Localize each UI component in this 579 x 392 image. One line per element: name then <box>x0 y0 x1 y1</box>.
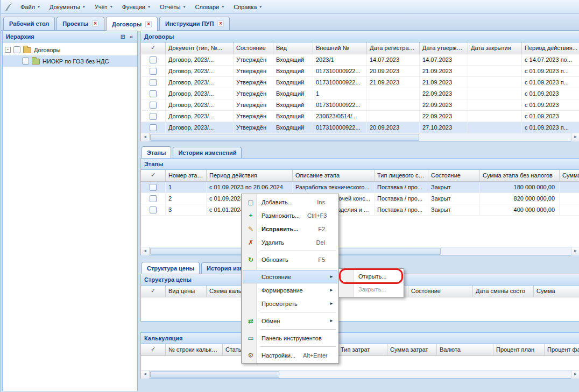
context-menu-item[interactable]: ▢Добавить...Ins <box>243 195 337 209</box>
scroll-right-icon[interactable]: ► <box>571 133 579 141</box>
column-header[interactable]: Процент план <box>493 344 545 355</box>
scroll-left-icon[interactable]: ◄ <box>141 247 150 255</box>
column-header[interactable]: Вид цены <box>166 286 207 297</box>
tab-close-icon[interactable]: × <box>145 21 152 27</box>
column-header[interactable]: Сумма этапа без налогов <box>480 170 560 181</box>
tab[interactable]: Договоры× <box>106 17 158 31</box>
scroll-left-icon[interactable]: ◄ <box>141 133 150 141</box>
node-checkbox[interactable] <box>13 46 20 53</box>
column-header[interactable]: Период действия <box>207 170 293 181</box>
column-header[interactable]: Валюта <box>437 344 493 355</box>
column-header[interactable]: Период действия... <box>522 42 579 54</box>
select-all-column-header[interactable]: ✓ <box>141 42 166 54</box>
calculation-h-scrollbar[interactable]: ◄ ► <box>141 370 579 378</box>
context-menu-item[interactable]: ✎Исправить...F2 <box>243 222 337 236</box>
collapse-panel-icon[interactable]: « <box>129 33 134 40</box>
submenu-item[interactable]: Закрыть... <box>340 283 403 296</box>
menubar-item[interactable]: Учёт▾ <box>90 2 117 12</box>
tab[interactable]: Этапы <box>142 146 171 158</box>
row-checkbox[interactable] <box>150 102 157 109</box>
table-row[interactable]: Договор, 2023/...УтверждёнВходящий017310… <box>141 77 579 88</box>
table-row[interactable]: Договор, 2023/...УтверждёнВходящий230823… <box>141 111 579 122</box>
row-checkbox[interactable] <box>150 184 157 191</box>
column-header[interactable]: Описание этапа <box>293 170 375 181</box>
stages-h-scrollbar[interactable]: ◄ ► <box>141 247 579 255</box>
context-menu-item[interactable]: Состояние► <box>243 270 337 283</box>
calculation-panel: Калькуляция ✓№ строки калькул...Статья з… <box>140 332 579 379</box>
tab[interactable]: Структура цены <box>142 262 200 274</box>
table-row[interactable]: Договор, 2023/...УтверждёнВходящий017310… <box>141 66 579 77</box>
column-header[interactable]: Документ (тип, №... <box>166 42 234 54</box>
scroll-thumb[interactable] <box>150 371 279 378</box>
select-all-column-header[interactable]: ✓ <box>141 344 166 355</box>
menubar-item[interactable]: Отчёты▾ <box>156 2 189 12</box>
context-menu-item[interactable]: ↻ОбновитьF5 <box>243 253 337 266</box>
row-checkbox[interactable] <box>150 206 157 213</box>
tab-close-icon[interactable]: × <box>217 20 224 27</box>
tree-node[interactable]: НИОКР по ГОЗ без НДС <box>3 55 137 67</box>
contracts-h-scrollbar[interactable]: ◄ ► <box>141 133 579 141</box>
table-row[interactable]: Договор, 2023/...УтверждёнВходящий017310… <box>141 99 579 111</box>
context-menu-item[interactable]: ▭Панель инструментов <box>243 331 337 345</box>
context-menu-item[interactable]: ⇄Обмен► <box>243 314 337 327</box>
table-row[interactable]: 1с 01.09.2023 по 28.06.2024Разработка те… <box>141 182 579 193</box>
scroll-right-icon[interactable]: ► <box>571 247 579 255</box>
add-icon: ▢ <box>245 198 256 206</box>
select-all-column-header[interactable]: ✓ <box>141 170 166 181</box>
row-checkbox[interactable] <box>150 90 157 97</box>
table-row[interactable]: Договор, 2023/...УтверждёнВходящий122.09… <box>141 88 579 99</box>
tree-node[interactable]: -Договоры <box>3 44 137 55</box>
column-header[interactable]: № строки калькул... <box>166 344 223 355</box>
column-header[interactable]: Тип затрат <box>338 344 387 355</box>
column-header[interactable]: Процент факт <box>545 344 579 355</box>
node-checkbox[interactable] <box>22 58 29 65</box>
menubar-item[interactable]: Справка▾ <box>229 2 266 12</box>
column-header[interactable]: Вид <box>273 42 313 54</box>
column-header[interactable]: Дата закрытия <box>468 42 522 54</box>
column-header[interactable]: Дата регистрации <box>367 42 420 54</box>
table-row[interactable]: Договор, 2023/...УтверждёнВходящий017310… <box>141 122 579 133</box>
table-cell: 21.09.2023 <box>420 77 468 88</box>
row-checkbox[interactable] <box>150 56 157 63</box>
column-header[interactable]: Сумма <box>534 286 579 297</box>
menubar-item[interactable]: Функции▾ <box>118 2 154 12</box>
column-header[interactable]: Сумма <box>560 170 579 181</box>
submenu-item[interactable]: Открыть... <box>340 270 403 283</box>
column-header[interactable]: Состояние <box>428 170 480 181</box>
scroll-right-icon[interactable]: ► <box>571 370 579 379</box>
table-row[interactable]: 3с 01.01.2024 по 28.06.2024Изготовление … <box>141 204 579 216</box>
row-checkbox[interactable] <box>150 195 157 202</box>
table-row[interactable]: 2с 01.09.2023 по 28.06.2024Разработка ра… <box>141 193 579 204</box>
expander-icon[interactable]: - <box>5 47 11 53</box>
column-header[interactable]: Тип лицевого счёт <box>375 170 428 181</box>
tab[interactable]: Проекты× <box>57 17 104 30</box>
scroll-thumb[interactable] <box>150 134 419 141</box>
context-menu-item[interactable]: ⚙Настройки...Alt+Enter <box>243 348 337 362</box>
tree-search-icon[interactable]: ⊞ <box>119 33 126 40</box>
context-menu-item[interactable]: +Размножить...Ctrl+F3 <box>243 209 337 222</box>
row-checkbox[interactable] <box>150 68 157 75</box>
row-checkbox[interactable] <box>150 113 157 120</box>
column-header[interactable]: Номер этапа <box>166 170 207 181</box>
context-menu-item[interactable]: ✗УдалитьDel <box>243 236 337 249</box>
row-checkbox[interactable] <box>150 79 157 86</box>
column-header[interactable]: Состояние <box>234 42 273 54</box>
column-header[interactable]: Внешний № <box>313 42 367 54</box>
column-header[interactable]: Сумма затрат <box>387 344 437 355</box>
tab[interactable]: Рабочий стол <box>3 17 55 30</box>
context-menu-item[interactable]: Просмотреть► <box>243 297 337 310</box>
column-header[interactable]: Дата утверждения <box>420 42 468 54</box>
scroll-left-icon[interactable]: ◄ <box>141 370 150 379</box>
table-row[interactable]: Договор, 2023/...УтверждёнВходящий2023/1… <box>141 54 579 66</box>
menubar-item[interactable]: Словари▾ <box>190 2 228 12</box>
column-header[interactable]: Дата смены состо <box>473 286 534 297</box>
select-all-column-header[interactable]: ✓ <box>141 286 166 297</box>
row-checkbox[interactable] <box>150 124 157 131</box>
tab[interactable]: История изменений <box>173 147 242 158</box>
menubar-item[interactable]: Файл▾ <box>16 2 44 12</box>
tab[interactable]: Инструкции ПУП× <box>159 17 230 30</box>
column-header[interactable]: Состояние <box>408 286 473 297</box>
context-menu-item[interactable]: Формирование► <box>243 283 337 297</box>
menubar-item[interactable]: Документы▾ <box>45 2 89 12</box>
tab-close-icon[interactable]: × <box>92 20 98 27</box>
